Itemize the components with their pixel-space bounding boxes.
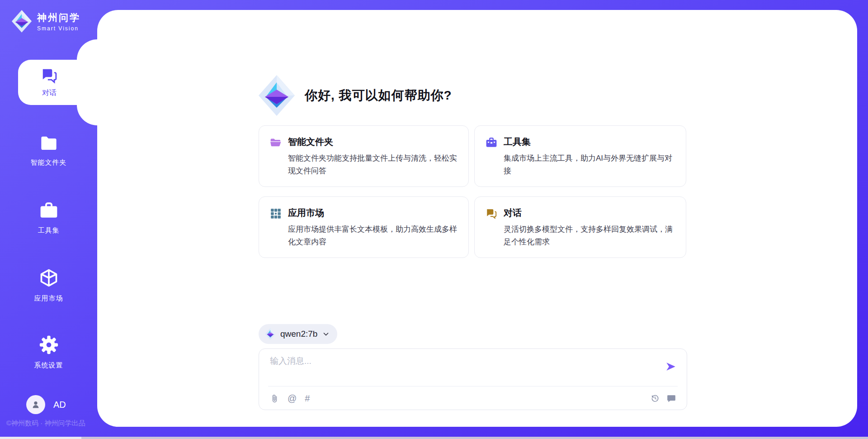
card-description: 集成市场上主流工具，助力AI与外界无缝扩展与对接 [504, 152, 675, 177]
brand-diamond-icon [259, 75, 295, 116]
brand-name: 神州问学 [37, 11, 80, 24]
brand-logo: 神州问学 Smart Vision [12, 10, 80, 33]
history-icon[interactable] [651, 394, 660, 403]
greeting-title: 你好, 我可以如何帮助你? [305, 87, 452, 104]
paperclip-icon[interactable] [270, 394, 279, 403]
sidebar-item-chat[interactable]: 对话 [18, 60, 80, 105]
scrollbar-track [0, 437, 81, 439]
chat-bubbles-icon [486, 208, 497, 220]
card-description: 应用市场提供丰富长文本模板，助力高效生成多样化文章内容 [288, 223, 458, 248]
sidebar-item-label: 应用市场 [0, 294, 97, 303]
grid-icon [270, 208, 282, 220]
sidebar-item-app-market[interactable]: 应用市场 [0, 268, 97, 303]
sidebar-item-label: 工具集 [0, 226, 97, 235]
card-app-market[interactable]: 应用市场 应用市场提供丰富长文本模板，助力高效生成多样化文章内容 [259, 196, 469, 258]
chevron-down-icon [322, 330, 330, 338]
sidebar-item-smart-folder[interactable]: 智能文件夹 [0, 134, 97, 167]
card-toolset[interactable]: 工具集 集成市场上主流工具，助力AI与外界无缝扩展与对接 [474, 125, 686, 187]
sidebar-item-label: 智能文件夹 [0, 158, 97, 167]
card-description: 智能文件夹功能支持批量文件上传与清洗，轻松实现文件问答 [288, 152, 458, 177]
sidebar-item-toolset[interactable]: 工具集 [0, 201, 97, 235]
greeting-header: 你好, 我可以如何帮助你? [259, 75, 452, 116]
card-title: 智能文件夹 [288, 136, 458, 148]
user-profile[interactable]: AD [26, 395, 66, 414]
card-title: 工具集 [504, 136, 675, 148]
feedback-chat-icon[interactable] [667, 394, 676, 403]
card-smart-folder[interactable]: 智能文件夹 智能文件夹功能支持批量文件上传与清洗，轻松实现文件问答 [259, 125, 469, 187]
chat-bubbles-icon [41, 67, 58, 84]
card-title: 对话 [504, 207, 675, 219]
model-diamond-icon [265, 328, 276, 340]
avatar [26, 395, 45, 414]
horizontal-scrollbar[interactable] [0, 437, 868, 439]
copyright-text: ©神州数码 · 神州问学出品 [6, 419, 97, 428]
brand-subtitle: Smart Vision [37, 25, 80, 32]
main-panel: 你好, 我可以如何帮助你? 智能文件夹 智能文件夹功能支持批量文件上传与清洗，轻… [97, 10, 857, 427]
brand-diamond-icon [12, 10, 32, 33]
card-description: 灵活切换多模型文件，支持多样回复效果调试，满足个性化需求 [504, 223, 675, 248]
sidebar: 神州问学 Smart Vision 对话 智能文件夹 工具集 应用市场 系统设置… [0, 0, 97, 439]
briefcase-icon [486, 137, 497, 148]
folder-icon [40, 134, 58, 152]
folder-open-icon [270, 137, 282, 148]
sidebar-item-settings[interactable]: 系统设置 [0, 335, 97, 370]
feature-cards: 智能文件夹 智能文件夹功能支持批量文件上传与清洗，轻松实现文件问答 工具集 集成… [259, 125, 686, 258]
model-name: qwen2:7b [280, 329, 317, 339]
card-chat[interactable]: 对话 灵活切换多模型文件，支持多样回复效果调试，满足个性化需求 [474, 196, 686, 258]
message-composer: @ # [259, 348, 687, 410]
model-selector[interactable]: qwen2:7b [259, 324, 337, 344]
composer-toolbar: @ # [259, 387, 687, 410]
sidebar-item-label: 系统设置 [0, 361, 97, 370]
person-icon [30, 399, 41, 410]
gear-icon [39, 335, 59, 355]
message-input[interactable] [270, 355, 654, 382]
hash-icon[interactable]: # [305, 394, 310, 403]
briefcase-icon [39, 201, 58, 220]
at-icon[interactable]: @ [288, 394, 297, 403]
cube-icon [39, 268, 59, 288]
user-name: AD [53, 400, 66, 410]
card-title: 应用市场 [288, 207, 458, 219]
send-icon[interactable] [665, 361, 677, 372]
sidebar-item-label: 对话 [42, 88, 57, 98]
